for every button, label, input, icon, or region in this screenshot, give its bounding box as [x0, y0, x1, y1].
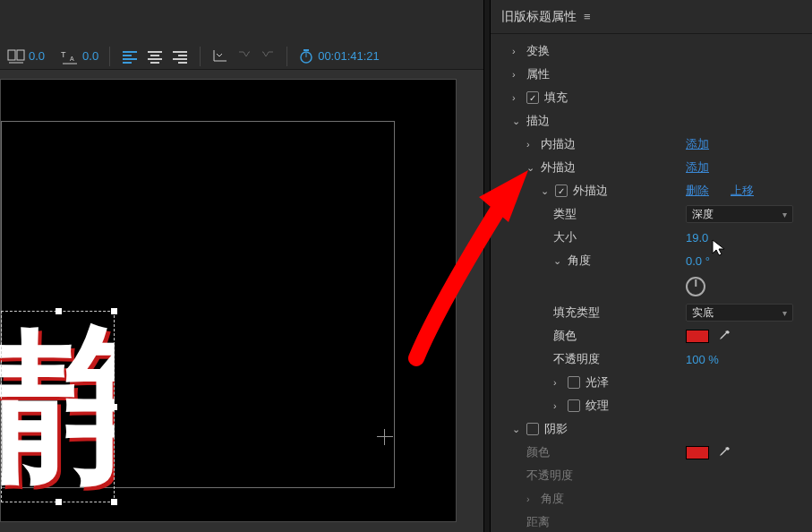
tracking-ta-value[interactable]: 0.0 [82, 49, 98, 63]
toolbar-separator [286, 47, 287, 66]
selection-bounds[interactable] [1, 311, 115, 502]
resize-handle-s[interactable] [56, 499, 62, 505]
svg-rect-5 [303, 49, 309, 51]
row-label: 不透明度 [526, 468, 573, 484]
panel-splitter[interactable] [483, 0, 491, 532]
twisty-collapsed-icon: › [553, 377, 564, 388]
row-texture[interactable]: › 纹理 [491, 394, 812, 417]
section-stroke[interactable]: ⌄ 描边 [491, 109, 812, 133]
fill-type-select[interactable]: 实底 ▾ [686, 304, 793, 322]
row-shadow-opacity: 不透明度 [491, 464, 812, 487]
row-label: 颜色 [553, 328, 577, 344]
outer-stroke-checkbox[interactable] [555, 184, 568, 197]
chevron-down-icon: ▾ [782, 308, 787, 318]
svg-rect-1 [17, 50, 24, 60]
section-shadow[interactable]: ⌄ 阴影 [491, 417, 812, 441]
tracking-va-control[interactable]: 0.0 [7, 49, 45, 64]
row-inner-stroke[interactable]: › 内描边 添加 [491, 133, 812, 156]
row-stroke-angle[interactable]: ⌄ 角度 0.0 [491, 249, 812, 272]
show-video-behind-icon[interactable] [236, 49, 252, 64]
stroke-opacity-value[interactable]: 100 [686, 353, 731, 366]
section-fill[interactable]: › 填充 [491, 86, 812, 109]
stroke-color-swatch[interactable] [686, 330, 709, 343]
tab-stops-icon[interactable] [211, 48, 229, 64]
stroke-type-select[interactable]: 深度 ▾ [686, 205, 793, 223]
fill-checkbox[interactable] [526, 91, 539, 104]
twisty-expanded-icon: ⌄ [541, 185, 551, 197]
tracking-va-value[interactable]: 0.0 [29, 49, 45, 63]
svg-rect-0 [8, 50, 15, 60]
tracking-ta-control[interactable]: TA 0.0 [61, 48, 98, 64]
twisty-expanded-icon: ⌄ [512, 116, 523, 127]
toolbar-separator [200, 47, 201, 66]
align-left-icon[interactable] [121, 49, 139, 64]
chevron-down-icon: ▾ [782, 210, 787, 219]
panel-menu-icon[interactable]: ≡ [584, 10, 591, 23]
section-label: 阴影 [544, 421, 568, 437]
add-outer-stroke-link[interactable]: 添加 [686, 159, 709, 176]
center-cross-h [377, 436, 393, 437]
row-label: 外描边 [573, 183, 608, 199]
row-shadow-color: 颜色 [491, 441, 812, 464]
row-label: 外描边 [541, 159, 576, 176]
add-inner-stroke-link[interactable]: 添加 [686, 136, 709, 152]
move-up-stroke-link[interactable]: 上移 [731, 183, 754, 199]
texture-checkbox[interactable] [568, 399, 580, 412]
center-cross-v [384, 429, 385, 445]
twisty-collapsed-icon: › [512, 92, 523, 103]
twisty-collapsed-icon: › [526, 493, 537, 504]
row-stroke-opacity: 不透明度 100 [491, 348, 812, 371]
eyedropper-icon[interactable] [718, 330, 731, 342]
title-canvas[interactable]: 静 静 [0, 70, 483, 532]
timecode-value[interactable]: 00:01:41:21 [318, 49, 380, 63]
row-label: 颜色 [526, 444, 550, 460]
row-stroke-size: 大小 19.0 [491, 226, 812, 249]
row-label: 类型 [553, 206, 577, 222]
timecode-control[interactable]: 00:01:41:21 [298, 48, 380, 64]
eyedropper-icon[interactable] [718, 446, 731, 459]
row-label: 内描边 [541, 136, 576, 152]
section-label: 填充 [544, 90, 568, 106]
twisty-expanded-icon: ⌄ [512, 424, 523, 435]
row-stroke-color: 颜色 [491, 324, 812, 348]
show-video-off-icon[interactable] [260, 49, 276, 64]
section-attributes[interactable]: › 属性 [491, 63, 812, 86]
stroke-angle-value[interactable]: 0.0 [686, 254, 731, 268]
section-transform[interactable]: › 变换 [491, 39, 812, 63]
resize-handle-n[interactable] [56, 308, 62, 314]
resize-handle-e[interactable] [111, 404, 117, 410]
row-sheen[interactable]: › 光泽 [491, 371, 812, 394]
row-stroke-type: 类型 深度 ▾ [491, 202, 812, 226]
select-value: 深度 [692, 207, 714, 222]
legacy-title-properties-panel: 旧版标题属性 ≡ › 变换 › 属性 › 填充 ⌄ 描边 › 内描边 添加 [491, 0, 812, 532]
twisty-collapsed-icon: › [512, 46, 523, 56]
toolbar-separator [109, 47, 110, 66]
shadow-color-swatch[interactable] [686, 446, 709, 459]
row-shadow-distance: 距离 [491, 511, 812, 532]
resize-handle-ne[interactable] [111, 308, 117, 314]
row-outer-stroke-item[interactable]: ⌄ 外描边 删除 上移 [491, 179, 812, 202]
row-label: 光泽 [585, 374, 609, 390]
section-label: 描边 [526, 113, 550, 129]
title-toolbar: 0.0 TA 0.0 00:01:41:21 [0, 0, 483, 70]
align-right-icon[interactable] [171, 49, 189, 64]
twisty-collapsed-icon: › [553, 400, 564, 411]
properties-rows: › 变换 › 属性 › 填充 ⌄ 描边 › 内描边 添加 ⌄ 外描边 [491, 34, 812, 532]
row-shadow-angle[interactable]: › 角度 [491, 487, 812, 511]
sheen-checkbox[interactable] [568, 376, 580, 389]
shadow-checkbox[interactable] [526, 423, 539, 435]
stopwatch-icon [298, 48, 314, 64]
resize-handle-se[interactable] [111, 499, 117, 505]
row-label: 大小 [553, 229, 577, 245]
row-label: 角度 [568, 253, 591, 269]
row-fill-type: 填充类型 实底 ▾ [491, 301, 812, 324]
delete-stroke-link[interactable]: 删除 [686, 183, 709, 199]
row-label: 填充类型 [553, 305, 600, 321]
row-label: 纹理 [585, 398, 609, 414]
row-outer-stroke-group[interactable]: ⌄ 外描边 添加 [491, 156, 812, 179]
svg-text:T: T [61, 50, 66, 59]
row-label: 角度 [541, 491, 564, 507]
angle-dial-icon[interactable] [686, 277, 705, 296]
stroke-size-value[interactable]: 19.0 [686, 231, 731, 245]
align-center-icon[interactable] [146, 49, 164, 64]
